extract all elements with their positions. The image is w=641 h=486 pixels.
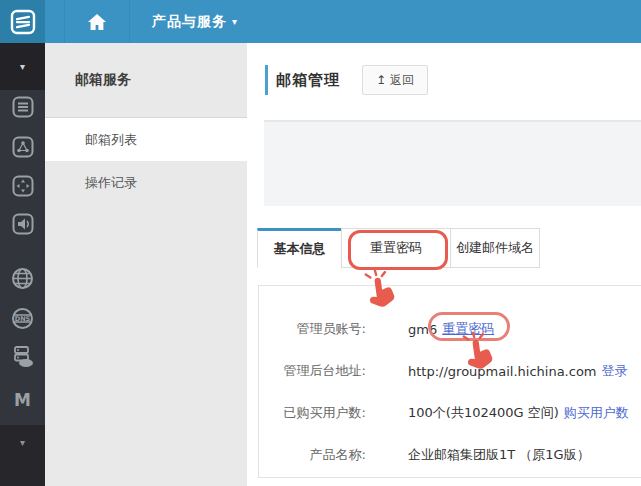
brand-logo[interactable] (0, 0, 45, 43)
products-services-label: 产品与服务 (152, 13, 227, 31)
rail-item-global[interactable] (0, 265, 45, 291)
buy-users-link[interactable]: 购买用户数 (564, 404, 629, 422)
cloud-logo-icon (10, 9, 36, 35)
back-button-label: 返回 (390, 72, 414, 89)
sidebar: 邮箱服务 邮箱列表 操作记录 (45, 43, 247, 486)
caret-down-icon: ▾ (20, 437, 25, 448)
tab-label: 重置密码 (370, 239, 422, 257)
rail-item-network[interactable] (0, 134, 45, 160)
product-list-icon (12, 96, 34, 118)
main-content: 邮箱管理 ↥ 返回 基本信息 重置密码 创建邮件域名 管理员账号: gm6 重置… (247, 43, 641, 486)
sidebar-item-mailbox-list[interactable]: 邮箱列表 (45, 118, 247, 161)
svg-text:DNS: DNS (15, 314, 31, 322)
detail-value: gm6 (408, 322, 437, 337)
toolbar-panel (264, 120, 641, 206)
rail-item-m-service[interactable]: M (0, 387, 45, 413)
m-logo-icon: M (14, 390, 31, 410)
server-cloud-icon (11, 344, 35, 368)
network-nodes-icon (12, 136, 34, 158)
rail-item-voice[interactable] (0, 211, 45, 237)
rail-item-product-list[interactable] (0, 94, 45, 120)
home-button[interactable] (64, 0, 130, 43)
caret-down-icon: ▾ (20, 61, 25, 72)
rail-item-server-cloud[interactable] (0, 343, 45, 369)
voice-icon (12, 213, 34, 235)
tab-create-mail-domain[interactable]: 创建邮件域名 (450, 228, 540, 268)
dns-globe-icon: DNS (11, 307, 34, 330)
login-link[interactable]: 登录 (602, 362, 628, 380)
tab-basic-info[interactable]: 基本信息 (257, 228, 342, 268)
tab-reset-password[interactable]: 重置密码 (341, 228, 451, 268)
globe-icon (11, 267, 34, 290)
detail-value: 100个(共102400G 空间) (408, 404, 559, 422)
sidebar-item-operation-log[interactable]: 操作记录 (45, 161, 247, 204)
rail-expand-button[interactable]: ▾ (0, 425, 45, 486)
icon-rail: ▾ (0, 43, 45, 486)
detail-row-product-name: 产品名称: 企业邮箱集团版1T （原1G版） (259, 434, 641, 476)
sidebar-item-label: 邮箱列表 (85, 131, 137, 149)
chevron-down-icon: ▾ (232, 16, 238, 27)
rail-item-dns[interactable]: DNS (0, 305, 45, 331)
tab-label: 创建邮件域名 (456, 239, 534, 257)
detail-row-purchased-users: 已购买用户数: 100个(共102400G 空间) 购买用户数 (259, 392, 641, 434)
sidebar-title: 邮箱服务 (45, 43, 247, 118)
title-accent-bar (265, 65, 268, 95)
page-title: 邮箱管理 (276, 71, 340, 90)
detail-label: 产品名称: (259, 446, 366, 464)
tab-bar: 基本信息 重置密码 创建邮件域名 (257, 228, 540, 268)
sidebar-item-label: 操作记录 (85, 174, 137, 192)
rail-item-scaling[interactable] (0, 173, 45, 199)
detail-value: 企业邮箱集团版1T （原1G版） (408, 446, 590, 464)
detail-row-admin-url: 管理后台地址: http://groupmail.hichina.com 登录 (259, 350, 641, 392)
detail-label: 管理员账号: (259, 320, 366, 338)
rail-collapse-button[interactable]: ▾ (0, 43, 45, 90)
products-services-menu[interactable]: 产品与服务 ▾ (128, 0, 262, 43)
reset-password-link[interactable]: 重置密码 (442, 320, 494, 338)
detail-value: http://groupmail.hichina.com (408, 364, 597, 379)
screen: 产品与服务 ▾ ▾ (0, 0, 641, 486)
detail-label: 管理后台地址: (259, 362, 366, 380)
basic-info-panel: 管理员账号: gm6 重置密码 管理后台地址: http://groupmail… (258, 285, 641, 478)
top-navbar: 产品与服务 ▾ (0, 0, 641, 43)
page-header: 邮箱管理 ↥ 返回 (265, 65, 428, 95)
back-button[interactable]: ↥ 返回 (362, 65, 428, 95)
tab-label: 基本信息 (274, 240, 326, 258)
compass-arrows-icon (12, 175, 34, 197)
return-arrow-icon: ↥ (376, 73, 386, 87)
detail-label: 已购买用户数: (259, 404, 366, 422)
detail-row-admin-account: 管理员账号: gm6 重置密码 (259, 308, 641, 350)
home-icon (87, 13, 107, 31)
